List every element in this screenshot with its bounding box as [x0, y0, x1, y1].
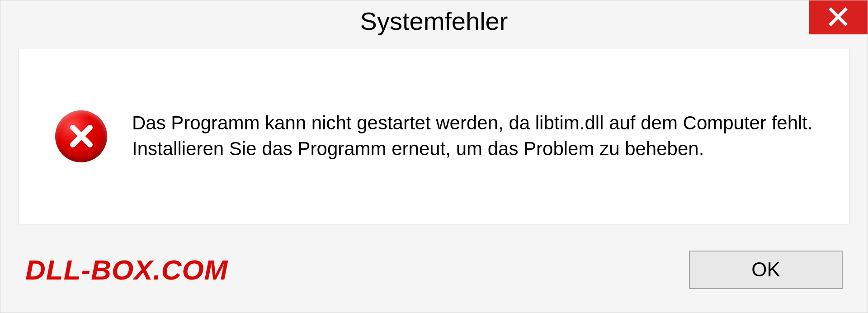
content-panel: Das Programm kann nicht gestartet werden… — [19, 48, 849, 224]
error-icon — [55, 110, 107, 162]
titlebar: Systemfehler — [0, 0, 868, 41]
ok-button[interactable]: OK — [689, 251, 843, 289]
error-dialog: Systemfehler Das Programm kann nicht ges… — [0, 0, 868, 313]
error-icon-container — [55, 110, 107, 162]
dialog-title: Systemfehler — [360, 6, 508, 36]
close-icon — [828, 7, 848, 28]
close-button[interactable] — [809, 0, 868, 34]
dialog-footer: DLL-BOX.COM OK — [0, 238, 868, 301]
error-message: Das Programm kann nicht gestartet werden… — [132, 110, 813, 161]
watermark-text: DLL-BOX.COM — [25, 254, 228, 286]
